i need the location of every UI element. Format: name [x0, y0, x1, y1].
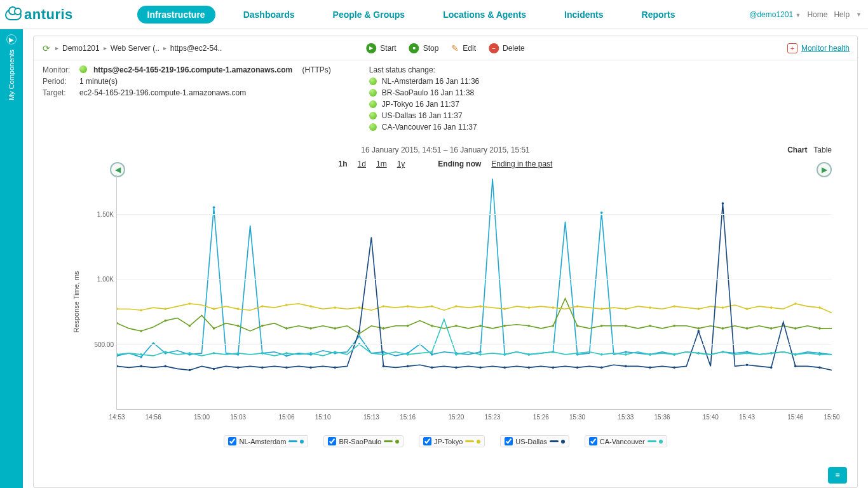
delete-icon: [489, 43, 499, 53]
nav-reports[interactable]: Reports: [632, 6, 686, 24]
svg-point-136: [503, 353, 506, 356]
svg-point-84: [697, 308, 700, 310]
status-item: US-Dallas 16 Jan 11:37: [369, 111, 479, 120]
monitor-panel: ⟳ ▸ Demo1201 ▸ Web Server (.. ▸ https@ec…: [33, 36, 858, 488]
svg-point-47: [528, 325, 531, 327]
svg-point-33: [189, 325, 191, 327]
svg-point-115: [722, 202, 724, 205]
svg-point-44: [455, 325, 458, 327]
link-help[interactable]: Help: [834, 10, 850, 19]
refresh-icon[interactable]: ⟳: [41, 43, 51, 53]
svg-point-31: [140, 330, 142, 332]
x-tick: 15:06: [278, 414, 294, 421]
svg-point-43: [431, 325, 433, 327]
legend-checkbox[interactable]: [228, 437, 236, 445]
link-home[interactable]: Home: [807, 10, 827, 19]
monitor-health-link[interactable]: Monitor health: [801, 44, 850, 53]
svg-point-146: [746, 352, 749, 355]
stop-button[interactable]: Stop: [409, 43, 439, 53]
legend-checkbox[interactable]: [589, 437, 597, 445]
svg-point-63: [189, 302, 191, 305]
legend-checkbox[interactable]: [328, 437, 336, 445]
svg-point-99: [334, 367, 336, 369]
svg-point-73: [431, 305, 433, 308]
status-item: BR-SaoPaulo 16 Jan 11:38: [369, 88, 479, 97]
chat-button[interactable]: ≡: [828, 467, 847, 484]
legend-item[interactable]: US-Dallas: [500, 435, 569, 447]
svg-point-36: [261, 325, 264, 327]
monitor-proto: (HTTPs): [302, 65, 331, 74]
svg-point-76: [503, 308, 506, 310]
legend-checkbox[interactable]: [423, 437, 431, 445]
nav-infrastructure[interactable]: Infrastructure: [137, 6, 215, 24]
svg-point-10: [358, 335, 361, 337]
x-tick: 14:56: [146, 414, 161, 421]
bc-demo[interactable]: Demo1201: [62, 44, 100, 53]
x-tick: 15:46: [787, 414, 803, 421]
svg-point-50: [600, 325, 603, 327]
svg-point-102: [407, 365, 409, 368]
x-tick: 15:13: [363, 414, 379, 421]
svg-point-45: [479, 325, 482, 327]
svg-point-4: [213, 206, 215, 208]
nav-people-groups[interactable]: People & Groups: [323, 6, 416, 24]
nav-incidents[interactable]: Incidents: [554, 6, 613, 24]
svg-point-135: [479, 353, 482, 356]
x-tick: 15:40: [703, 414, 719, 421]
svg-point-100: [358, 330, 361, 332]
range-1y[interactable]: 1y: [397, 159, 405, 168]
view-table[interactable]: Table: [813, 146, 832, 154]
status-item: NL-Amsterdam 16 Jan 11:36: [369, 77, 479, 86]
bc-webserver[interactable]: Web Server (..: [111, 44, 159, 53]
svg-point-97: [285, 367, 288, 369]
legend-item[interactable]: BR-SaoPaulo: [323, 435, 403, 447]
legend-checkbox[interactable]: [505, 437, 513, 445]
svg-point-52: [649, 325, 651, 327]
user-menu[interactable]: @demo1201 ▼: [749, 10, 801, 19]
svg-point-21: [625, 351, 627, 353]
range-1d[interactable]: 1d: [358, 159, 366, 168]
svg-point-140: [600, 353, 603, 356]
svg-point-83: [673, 305, 675, 308]
logo[interactable]: anturis: [5, 6, 73, 23]
ending-past[interactable]: Ending in the past: [491, 159, 552, 168]
legend-item[interactable]: JP-Tokyo: [419, 435, 485, 447]
x-tick: 15:30: [569, 414, 585, 421]
logo-cloud-icon: [5, 9, 22, 20]
panel-actions: Start Stop ✎Edit Delete: [366, 43, 524, 53]
bc-sep-icon: ▸: [163, 44, 166, 51]
chart: Response Time, ms 500.001.00K1.50K14:531…: [78, 175, 832, 429]
x-tick: 15:50: [824, 414, 839, 421]
nav-dashboards[interactable]: Dashboards: [233, 6, 305, 24]
delete-button[interactable]: Delete: [489, 43, 525, 53]
svg-point-49: [576, 325, 579, 327]
legend-label: CA-Vancouver: [600, 438, 645, 445]
legend-item[interactable]: NL-Amsterdam: [224, 435, 308, 447]
svg-point-117: [770, 367, 773, 369]
range-1h[interactable]: 1h: [339, 159, 348, 168]
svg-point-48: [552, 325, 555, 327]
svg-point-70: [358, 306, 361, 309]
svg-point-79: [576, 305, 579, 308]
x-tick: 15:00: [194, 414, 210, 421]
svg-point-56: [746, 327, 749, 330]
svg-point-38: [309, 327, 312, 330]
legend-item[interactable]: CA-Vancouver: [585, 435, 667, 447]
svg-point-129: [334, 351, 336, 353]
x-tick: 15:23: [485, 414, 501, 421]
start-button[interactable]: Start: [366, 43, 396, 53]
edit-button[interactable]: ✎Edit: [451, 43, 476, 53]
range-1m[interactable]: 1m: [376, 159, 387, 168]
ending-now[interactable]: Ending now: [438, 159, 481, 168]
bc-https[interactable]: https@ec2-54..: [170, 44, 222, 53]
svg-point-145: [722, 351, 724, 353]
svg-point-94: [213, 368, 215, 370]
svg-point-127: [285, 352, 288, 355]
nav-locations-agents[interactable]: Locations & Agents: [433, 6, 536, 24]
svg-point-51: [625, 325, 627, 327]
svg-point-42: [407, 325, 409, 327]
view-chart[interactable]: Chart: [787, 146, 807, 154]
svg-point-41: [383, 327, 385, 330]
sidebar-expand-icon[interactable]: ▶: [6, 34, 17, 44]
y-tick: 1.50K: [82, 210, 114, 217]
